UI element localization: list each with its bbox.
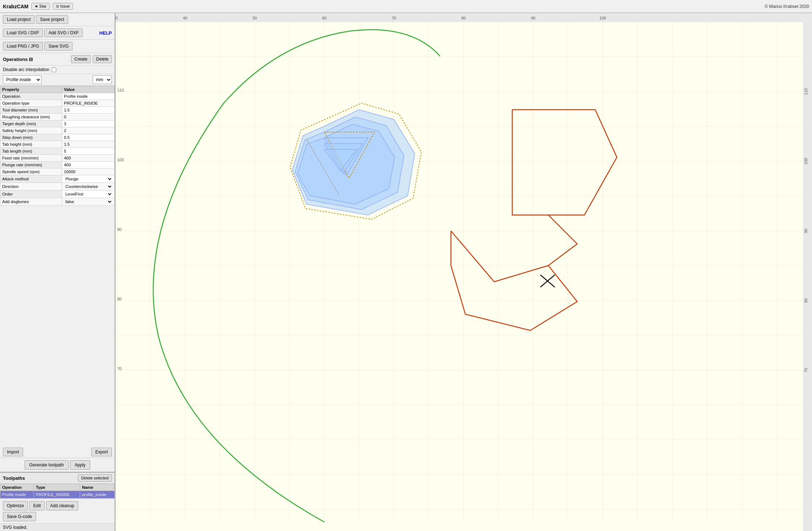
tp-name-header: Name xyxy=(80,484,115,491)
project-row: Load project Save project xyxy=(0,13,115,26)
load-png-button[interactable]: Load PNG / JPG xyxy=(3,42,43,51)
add-cleanup-button[interactable]: Add cleanup xyxy=(46,501,78,510)
load-svg-button[interactable]: Load SVG / DXF xyxy=(3,28,43,37)
prop-name-4: Target depth (mm) xyxy=(0,120,62,127)
svg-marker-60 xyxy=(290,103,421,219)
prop-select-12[interactable]: PlungeRampHelix xyxy=(64,176,113,181)
export-button[interactable]: Export xyxy=(91,448,112,456)
copyright: © Marius Krabset 2020 xyxy=(765,4,809,9)
svg-rect-0 xyxy=(115,13,812,531)
canvas-svg: 30 40 50 60 70 80 90 100 110 100 90 80 7… xyxy=(115,13,812,531)
prop-value-3: 0 xyxy=(62,114,115,120)
prop-value-12[interactable]: PlungeRampHelix xyxy=(62,175,115,183)
prop-name-10: Plunge rate (mm/min) xyxy=(0,162,62,168)
bottom-actions: Optimize Edit Add cleanup Save G-code xyxy=(0,499,115,523)
prop-value-6: 0.5 xyxy=(62,134,115,141)
prop-value-5: 2 xyxy=(62,127,115,134)
generate-button[interactable]: Generate toolpath xyxy=(25,460,69,470)
svg-text:30: 30 xyxy=(115,16,118,20)
svg-text:90: 90 xyxy=(804,229,808,233)
prop-name-14: Order xyxy=(0,190,62,198)
svg-text:60: 60 xyxy=(322,16,326,20)
canvas-area[interactable]: 4 path(s) selected, segs=18 xyxy=(115,13,812,531)
profile-select[interactable]: Profile inside Profile outside Pocket Dr… xyxy=(3,75,41,84)
svg-line-67 xyxy=(540,275,555,287)
help-link[interactable]: HELP xyxy=(99,30,112,36)
title-left: KrabzCAM ★ Star ⊙ Issue xyxy=(3,3,73,10)
svg-marker-59 xyxy=(298,124,395,204)
svg-text:100: 100 xyxy=(117,158,124,162)
prop-value-14[interactable]: LevelFirstPathFirst xyxy=(62,190,115,198)
save-gcode-button[interactable]: Save G-code xyxy=(3,512,36,521)
delete-button[interactable]: Delete xyxy=(93,55,112,63)
tp-type-header: Type xyxy=(34,484,80,491)
prop-value-11: 10000 xyxy=(62,168,115,175)
edit-button[interactable]: Edit xyxy=(29,501,45,510)
load-project-button[interactable]: Load project xyxy=(3,15,35,24)
svg-text:70: 70 xyxy=(117,367,122,371)
prop-name-11: Spindle speed (rpm) xyxy=(0,168,62,175)
prop-value-13[interactable]: CounterclockwiseClockwise xyxy=(62,183,115,190)
prop-value-0: Profile inside xyxy=(62,93,115,100)
svg-text:70: 70 xyxy=(804,368,808,372)
add-svg-button[interactable]: Add SVG / DXF xyxy=(44,28,83,37)
properties-scroll: Property Value OperationProfile insideOp… xyxy=(0,86,115,446)
prop-select-15[interactable]: falsetrue xyxy=(64,199,113,204)
svg-marker-62 xyxy=(324,132,374,178)
import-export-row: Import Export xyxy=(0,446,115,458)
app-name: KrabzCAM xyxy=(3,4,28,9)
toolpaths-header: Toolpaths Delete selected xyxy=(0,473,115,484)
prop-select-13[interactable]: CounterclockwiseClockwise xyxy=(64,184,113,189)
prop-name-13: Direction xyxy=(0,183,62,190)
import-button[interactable]: Import xyxy=(3,448,23,456)
svg-text:100: 100 xyxy=(600,16,606,20)
svg-text:80: 80 xyxy=(117,297,122,301)
toolpaths-title: Toolpaths xyxy=(3,475,25,481)
properties-table: Property Value OperationProfile insideOp… xyxy=(0,86,115,206)
profile-row: Profile inside Profile outside Pocket Dr… xyxy=(0,74,115,86)
toolpath-row-0[interactable]: Profile insidePROFILE_INSIDEprofile_insi… xyxy=(0,491,115,499)
apply-button[interactable]: Apply xyxy=(70,460,90,470)
prop-value-2: 1.5 xyxy=(62,107,115,114)
prop-value-7: 1.5 xyxy=(62,141,115,148)
prop-name-0: Operation xyxy=(0,93,62,100)
tp-name-0: profile_inside xyxy=(80,491,115,499)
star-button[interactable]: ★ Star xyxy=(31,3,50,10)
tp-operation-0: Profile inside xyxy=(0,491,34,499)
toolpaths-table: Operation Type Name Profile insidePROFIL… xyxy=(0,484,115,499)
operations-header: Operations ⊟ Create Delete xyxy=(0,53,115,66)
create-button[interactable]: Create xyxy=(71,55,91,63)
issue-button[interactable]: ⊙ Issue xyxy=(53,3,73,10)
save-svg-button[interactable]: Save SVG xyxy=(44,42,73,51)
prop-value-8: 5 xyxy=(62,148,115,155)
tp-type-0: PROFILE_INSIDE xyxy=(34,491,80,499)
svg-marker-61 xyxy=(324,138,368,175)
prop-name-1: Operation type xyxy=(0,100,62,107)
prop-value-1: PROFILE_INSIDE xyxy=(62,100,115,107)
prop-name-7: Tab height (mm) xyxy=(0,141,62,148)
tp-op-header: Operation xyxy=(0,484,34,491)
svg-text:110: 110 xyxy=(804,88,808,95)
svg-marker-63 xyxy=(324,144,363,174)
svg-row: Load SVG / DXF Add SVG / DXF HELP xyxy=(0,26,115,40)
canvas-info: 4 path(s) selected, segs=18 xyxy=(437,17,491,22)
svg-marker-64 xyxy=(324,149,357,171)
svg-text:100: 100 xyxy=(804,158,808,164)
arc-interp-row: Disable arc interpolation xyxy=(0,66,115,74)
unit-select[interactable]: mm inch xyxy=(93,75,112,84)
prop-select-14[interactable]: LevelFirstPathFirst xyxy=(64,192,113,197)
ops-buttons: Create Delete xyxy=(71,55,112,63)
prop-value-15[interactable]: falsetrue xyxy=(62,198,115,206)
optimize-button[interactable]: Optimize xyxy=(3,501,28,510)
prop-name-8: Tab length (mm) xyxy=(0,148,62,155)
svg-line-65 xyxy=(307,139,339,195)
save-project-button[interactable]: Save project xyxy=(36,15,68,24)
delete-selected-button[interactable]: Delete selected xyxy=(78,474,112,482)
prop-name-6: Step down (mm) xyxy=(0,134,62,141)
svg-text:80: 80 xyxy=(804,298,808,303)
svg-marker-57 xyxy=(292,110,415,215)
svg-text:40: 40 xyxy=(183,16,187,20)
arc-interp-checkbox[interactable] xyxy=(52,67,56,72)
prop-name-12: Attack method xyxy=(0,175,62,183)
prop-name-5: Safety height (mm) xyxy=(0,127,62,134)
